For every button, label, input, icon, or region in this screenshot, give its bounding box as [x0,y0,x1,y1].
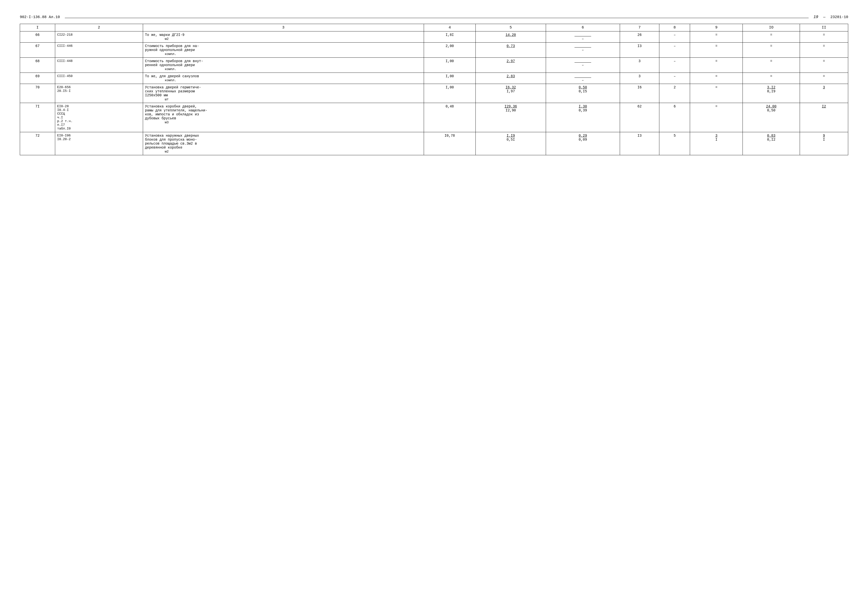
row-col9: 3I [690,132,743,155]
row-number: 66 [20,31,55,43]
row-number: 69 [20,73,55,84]
col-header-2: 2 [55,24,143,31]
row-col5: 2,97 [476,58,546,73]
row-code: СIII-446 [55,43,143,58]
row-col9: = [690,84,743,103]
header: 902-I-136.88 Ал.10 19 — 23281-10 [20,15,848,19]
row-col5: I,I90,5I [476,132,546,155]
row-col8: – [659,31,690,43]
row-col7: 3 [620,58,659,73]
table-row: 67СIII-446Стоимость приборов для на- руж… [20,43,848,58]
row-description: Установка дверей герметиче- ских утеплен… [143,84,424,103]
row-code: СIII-448 [55,58,143,73]
row-col9: = [690,73,743,84]
row-code: СIII-450 [55,73,143,84]
row-col6: – [546,73,620,84]
row-col5: 0,73 [476,43,546,58]
row-col6: 0,290,09 [546,132,620,155]
col-header-8: 8 [659,24,690,31]
row-code: ЕI0-28 I0.4-I СССЦ ч.I р.2 т.ч. п.I7 таб… [55,103,143,132]
row-col7: 62 [620,103,659,132]
row-qty: 2,00 [424,43,476,58]
row-col6: – [546,31,620,43]
col-header-9: 9 [690,24,743,31]
row-col11: = [800,73,848,84]
table-row: 66СI22-218То же, марки ДГ2I-9м2I,8I14,20… [20,31,848,43]
row-col8: – [659,43,690,58]
row-col11: = [800,43,848,58]
row-col8: – [659,73,690,84]
table-row: 70E20-656 20.I5-IУстановка дверей гермет… [20,84,848,103]
dash2: — [823,15,825,19]
doc-number: 902-I-136.88 Ал.10 [20,15,60,19]
row-col7: I3 [620,132,659,155]
row-number: 72 [20,132,55,155]
row-description: То же, марки ДГ2I-9м2 [143,31,424,43]
row-qty: I,00 [424,58,476,73]
row-col11: = [800,58,848,73]
col-header-4: 4 [424,24,476,31]
row-description: Стоимость приборов для внут- ренней одно… [143,58,424,73]
row-description: Стоимость приборов для на- ружной однопо… [143,43,424,58]
table-row: 7IЕI0-28 I0.4-I СССЦ ч.I р.2 т.ч. п.I7 т… [20,103,848,132]
row-col10: = [743,31,800,43]
row-qty: I,00 [424,73,476,84]
row-col7: 26 [620,31,659,43]
row-col7: I6 [620,84,659,103]
page-num: 19 [814,15,818,19]
row-col11: 3 [800,84,848,103]
row-col10: = [743,73,800,84]
row-col7: I3 [620,43,659,58]
row-col5: I29,36I2,90 [476,103,546,132]
row-col9: = [690,43,743,58]
row-description: То же, для дверей санузловкомпл. [143,73,424,84]
col-header-10: IO [743,24,800,31]
row-col6: – [546,43,620,58]
row-col9: = [690,103,743,132]
row-col5: I6,32I,97 [476,84,546,103]
alt-number: 23281-10 [830,15,848,19]
row-col6: 0,500,I5 [546,84,620,103]
row-col10: 0,830,I2 [743,132,800,155]
row-number: 68 [20,58,55,73]
row-col7: 3 [620,73,659,84]
row-qty: I,8I [424,31,476,43]
row-col11: 9I [800,132,848,155]
row-qty: I,00 [424,84,476,103]
row-col9: = [690,31,743,43]
row-col6: I,300,39 [546,103,620,132]
table-row: 69СIII-450То же, для дверей санузловкомп… [20,73,848,84]
row-col10: = [743,43,800,58]
row-number: 70 [20,84,55,103]
table-row: 68СIII-448Стоимость приборов для внут- р… [20,58,848,73]
row-code: ЕI0-I06 I0.20-2 [55,132,143,155]
col-header-7: 7 [620,24,659,31]
row-col9: = [690,58,743,73]
main-table: I 2 3 4 5 6 7 8 9 IO II 66СI22-218То же,… [20,24,848,155]
row-description: Установка наружных дверных блоков для пр… [143,132,424,155]
col-header-1: I [20,24,55,31]
row-number: 7I [20,103,55,132]
row-col11: = [800,31,848,43]
row-description: Установка коробки дверей, рамы для утепл… [143,103,424,132]
row-number: 67 [20,43,55,58]
row-col10: 3,I20,I9 [743,84,800,103]
row-col10: = [743,58,800,73]
row-col8: 2 [659,84,690,103]
row-col11: I2 [800,103,848,132]
col-header-3: 3 [143,24,424,31]
row-col8: – [659,58,690,73]
row-col8: 6 [659,103,690,132]
row-col6: – [546,58,620,73]
row-code: СI22-218 [55,31,143,43]
row-col8: 5 [659,132,690,155]
row-col5: 2,83 [476,73,546,84]
column-headers: I 2 3 4 5 6 7 8 9 IO II [20,24,848,31]
row-code: E20-656 20.I5-I [55,84,143,103]
row-col10: 24,000,50 [743,103,800,132]
row-qty: 0,48 [424,103,476,132]
col-header-6: 6 [546,24,620,31]
table-row: 72ЕI0-I06 I0.20-2Установка наружных двер… [20,132,848,155]
col-header-5: 5 [476,24,546,31]
row-qty: I0,78 [424,132,476,155]
